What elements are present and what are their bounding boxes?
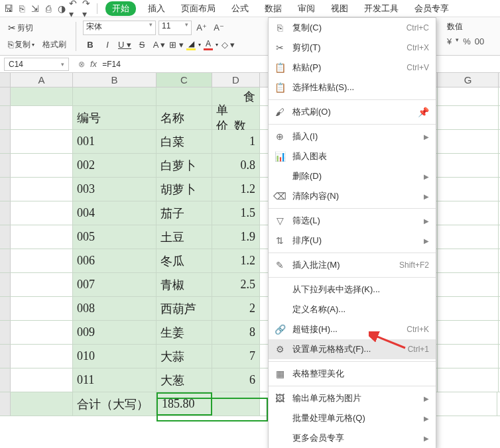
- select-all-corner[interactable]: [0, 73, 11, 87]
- header-id[interactable]: 编号: [73, 106, 156, 129]
- col-header-a[interactable]: A: [11, 73, 73, 87]
- total-value-c[interactable]: 185.80: [156, 392, 212, 416]
- border-button[interactable]: ⊞ ▾: [169, 38, 184, 52]
- currency-icon[interactable]: ¥: [447, 36, 452, 46]
- cell-price[interactable]: 6: [212, 368, 260, 392]
- cell-price[interactable]: 1.9: [212, 225, 260, 249]
- ctx-item[interactable]: 删除(D) ▶: [269, 166, 436, 186]
- cell-name[interactable]: 茄子: [156, 201, 212, 225]
- header-price[interactable]: 单价 数: [212, 106, 260, 129]
- undo-icon[interactable]: ↶ ▾: [69, 3, 81, 15]
- cell-price[interactable]: 1.2: [212, 178, 260, 201]
- cell-id[interactable]: 011: [73, 368, 156, 392]
- preview-icon[interactable]: ◑: [56, 3, 68, 15]
- cell-id[interactable]: 010: [73, 345, 156, 368]
- clear-format-button[interactable]: ◇ ▾: [221, 38, 235, 52]
- ctx-item[interactable]: 🖌 格式刷(O) 📌: [269, 102, 436, 122]
- ctx-item[interactable]: ▽ 筛选(L) ▶: [269, 211, 436, 231]
- fx-icon[interactable]: fx: [90, 59, 97, 69]
- cell-name[interactable]: 青椒: [156, 273, 212, 296]
- percent-icon[interactable]: %: [463, 36, 471, 46]
- cell-price[interactable]: 0.8: [212, 154, 260, 177]
- print-icon[interactable]: ⎙: [42, 3, 54, 15]
- cell-id[interactable]: 003: [73, 178, 156, 201]
- cancel-icon[interactable]: ⊗: [78, 60, 85, 69]
- strikethrough-button[interactable]: S: [135, 38, 149, 52]
- underline-button[interactable]: U ▾: [117, 38, 132, 52]
- ctx-item[interactable]: 🖼 输出单元格为图片 ▶: [269, 388, 436, 408]
- cell-name[interactable]: 胡萝卜: [156, 178, 212, 201]
- cell-id[interactable]: 005: [73, 225, 156, 249]
- cell-price[interactable]: 2: [212, 297, 260, 320]
- font-name-select[interactable]: 宋体 ▾: [83, 21, 156, 35]
- cell-id[interactable]: 002: [73, 154, 156, 177]
- cell-price[interactable]: 1.2: [212, 249, 260, 272]
- ctx-item[interactable]: ✎ 插入批注(M) Shift+F2: [269, 255, 436, 275]
- ctx-item[interactable]: ▦ 表格整理美化: [269, 364, 436, 384]
- ctx-item[interactable]: 从下拉列表中选择(K)...: [269, 280, 436, 300]
- ctx-item[interactable]: 批量处理单元格(Q) ▶: [269, 408, 436, 428]
- header-name[interactable]: 名称: [156, 106, 212, 129]
- cut-button[interactable]: ✂剪切: [5, 21, 69, 35]
- cell-id[interactable]: 007: [73, 273, 156, 296]
- ctx-item[interactable]: ⚙ 设置单元格格式(F)... Ctrl+1: [269, 339, 436, 359]
- ctx-item[interactable]: 📋 选择性粘贴(S)...: [269, 78, 436, 97]
- cell-price[interactable]: 1: [212, 130, 260, 153]
- cell-name[interactable]: 土豆: [156, 225, 212, 249]
- cell-id[interactable]: 008: [73, 297, 156, 320]
- ctx-item[interactable]: ⌫ 清除内容(N) ▶: [269, 186, 436, 206]
- ctx-item[interactable]: ⊕ 插入(I) ▶: [269, 127, 436, 146]
- cell-id[interactable]: 009: [73, 321, 156, 344]
- cell-id[interactable]: 006: [73, 249, 156, 272]
- cell-name[interactable]: 白菜: [156, 130, 212, 153]
- decimal-icon[interactable]: 00: [475, 36, 484, 46]
- tab-view[interactable]: 视图: [327, 1, 352, 16]
- italic-button[interactable]: I: [100, 38, 115, 52]
- ctx-item[interactable]: 🔗 超链接(H)... Ctrl+K: [269, 319, 436, 339]
- ctx-item[interactable]: ⇅ 排序(U) ▶: [269, 231, 436, 251]
- cell-name[interactable]: 冬瓜: [156, 249, 212, 272]
- cell-id[interactable]: 001: [73, 130, 156, 153]
- cell-name[interactable]: 大葱: [156, 368, 212, 392]
- copy-button[interactable]: ⎘复制▾: [5, 38, 37, 52]
- col-header-b[interactable]: B: [73, 73, 156, 87]
- ctx-item[interactable]: ⎘ 复制(C) Ctrl+C: [269, 18, 436, 38]
- cell-name[interactable]: 生姜: [156, 321, 212, 344]
- cell-price[interactable]: 8: [212, 321, 260, 344]
- tab-page-layout[interactable]: 页面布局: [177, 1, 219, 16]
- ctx-item[interactable]: 📋 粘贴(P) Ctrl+V: [269, 58, 436, 78]
- col-header-c[interactable]: C: [156, 73, 212, 87]
- fill-color-button[interactable]: ◢: [186, 39, 196, 50]
- cell-name[interactable]: 大蒜: [156, 345, 212, 368]
- tab-start[interactable]: 开始: [105, 1, 136, 16]
- cell-price[interactable]: 7: [212, 345, 260, 368]
- open-icon[interactable]: ⎘: [16, 3, 28, 15]
- total-label[interactable]: 合计（大写）: [73, 392, 156, 416]
- ctx-item[interactable]: 定义名称(A)...: [269, 300, 436, 319]
- cell-price[interactable]: 2.5: [212, 273, 260, 296]
- bold-button[interactable]: B: [83, 38, 97, 52]
- format-painter-button[interactable]: 格式刷: [40, 38, 69, 52]
- tab-formula[interactable]: 公式: [227, 1, 253, 16]
- cell-id[interactable]: 004: [73, 201, 156, 225]
- save-icon[interactable]: 🖫: [3, 3, 15, 15]
- decrease-font-icon[interactable]: A⁻: [212, 21, 226, 35]
- font-color-button[interactable]: A: [204, 39, 213, 50]
- cell-name[interactable]: 西葫芦: [156, 297, 212, 320]
- tab-developer[interactable]: 开发工具: [360, 1, 403, 16]
- name-box[interactable]: C14▾: [4, 58, 69, 71]
- cell-name[interactable]: 白萝卜: [156, 154, 212, 177]
- tab-review[interactable]: 审阅: [294, 1, 319, 16]
- text-effect-button[interactable]: A ▾: [152, 38, 166, 52]
- increase-font-icon[interactable]: A⁺: [194, 21, 209, 35]
- redo-icon[interactable]: ↷ ▾: [82, 3, 94, 15]
- export-icon[interactable]: ⇲: [29, 3, 41, 15]
- col-header-g[interactable]: G: [438, 73, 499, 87]
- cell-price[interactable]: 1.5: [212, 201, 260, 225]
- tab-insert[interactable]: 插入: [144, 1, 169, 16]
- ctx-item[interactable]: 更多会员专享 ▶: [269, 428, 436, 448]
- ctx-item[interactable]: 📊 插入图表: [269, 146, 436, 166]
- col-header-d[interactable]: D: [212, 73, 260, 87]
- font-size-select[interactable]: 11 ▾: [158, 21, 192, 35]
- tab-data[interactable]: 数据: [261, 1, 286, 16]
